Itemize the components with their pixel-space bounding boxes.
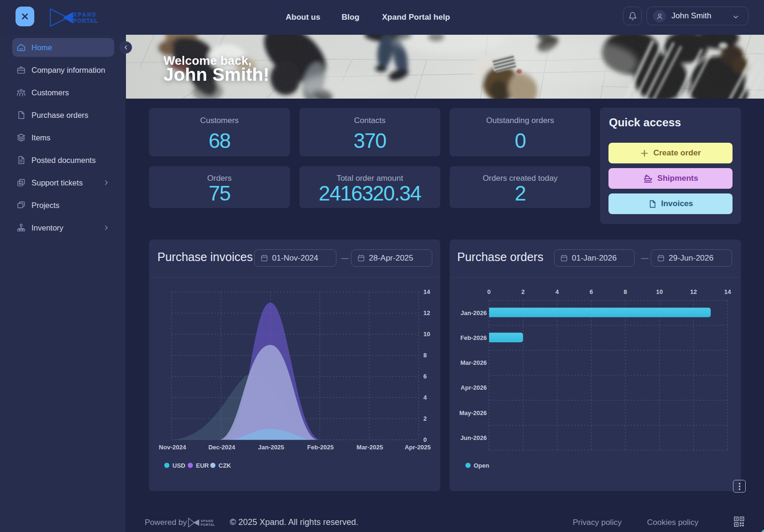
svg-text:4: 4 [423, 394, 427, 401]
svg-text:14: 14 [724, 288, 731, 295]
svg-text:0: 0 [487, 288, 491, 295]
svg-text:Mar-2026: Mar-2026 [460, 359, 487, 366]
svg-text:CZK: CZK [218, 462, 231, 469]
svg-text:2: 2 [423, 415, 427, 422]
svg-text:XPAND: XPAND [201, 519, 213, 523]
svg-text:PORTAL: PORTAL [73, 18, 98, 23]
svg-text:8: 8 [423, 352, 427, 359]
svg-text:Dec-2024: Dec-2024 [208, 444, 235, 451]
svg-text:8: 8 [624, 288, 627, 295]
svg-text:14: 14 [423, 288, 430, 295]
svg-text:Feb-2025: Feb-2025 [307, 444, 334, 451]
svg-text:12: 12 [423, 309, 430, 316]
svg-text:EUR: EUR [196, 462, 209, 469]
svg-text:6: 6 [423, 373, 427, 380]
svg-text:PORTAL: PORTAL [201, 523, 215, 526]
svg-text:Mar-2025: Mar-2025 [357, 444, 383, 451]
svg-text:Nov-2024: Nov-2024 [159, 444, 187, 451]
svg-text:USD: USD [172, 462, 185, 469]
svg-text:Jun-2026: Jun-2026 [460, 434, 487, 441]
svg-text:Apr-2025: Apr-2025 [405, 444, 431, 451]
svg-text:Jan-2025: Jan-2025 [258, 444, 284, 451]
svg-text:6: 6 [590, 288, 593, 295]
svg-text:XPAND: XPAND [73, 12, 97, 17]
svg-text:Open: Open [474, 462, 489, 469]
svg-text:Apr-2026: Apr-2026 [460, 384, 487, 391]
svg-text:10: 10 [423, 331, 430, 338]
svg-text:Feb-2026: Feb-2026 [460, 334, 487, 341]
svg-text:4: 4 [555, 288, 559, 295]
svg-text:10: 10 [656, 288, 663, 295]
svg-text:Jan-2026: Jan-2026 [460, 309, 487, 316]
svg-text:May-2026: May-2026 [459, 409, 487, 416]
svg-text:12: 12 [690, 288, 697, 295]
svg-text:0: 0 [423, 436, 427, 443]
svg-text:2: 2 [522, 288, 525, 295]
